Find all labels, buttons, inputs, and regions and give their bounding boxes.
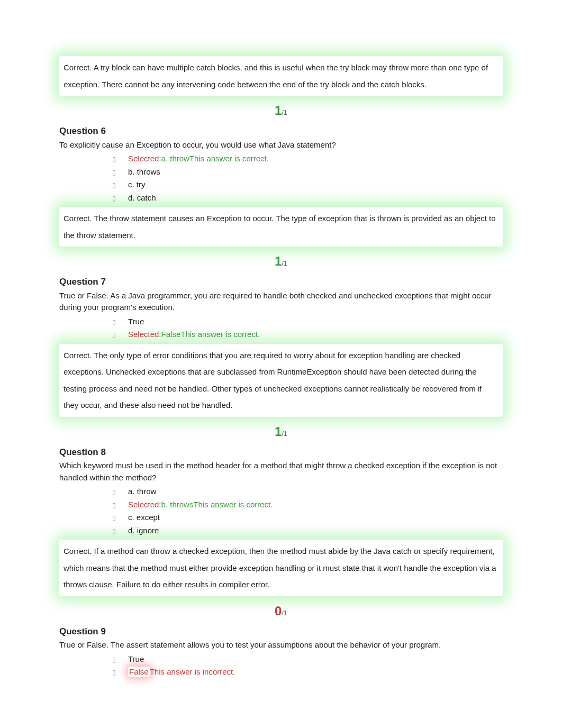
q5-score-earned: 1: [275, 103, 282, 117]
q6-feedback-text: Correct. The throw statement causes an E…: [64, 214, 496, 240]
answer-text: a. throw: [161, 154, 189, 163]
selected-label: Selected:: [128, 154, 161, 163]
q6-score-earned: 1: [275, 254, 282, 268]
q7-score-earned: 1: [275, 424, 282, 439]
q9-prompt: True or False. The assert statement allo…: [59, 639, 503, 651]
bullet-icon: ▯: [112, 668, 128, 677]
answer-text: b. throws: [161, 500, 194, 509]
q8-feedback: Correct. If a method can throw a checked…: [59, 540, 503, 596]
bullet-icon: ▯: [112, 526, 128, 536]
bullet-icon: ▯: [112, 487, 128, 497]
q8-score: 0/1: [59, 602, 503, 621]
q8-feedback-text: Correct. If a method can throw a checked…: [64, 547, 496, 589]
q7-feedback-text: Correct. The only type of error conditio…: [64, 351, 482, 410]
q7-feedback: Correct. The only type of error conditio…: [59, 344, 503, 417]
q6-prompt: To explicitly cause an Exception to occu…: [59, 139, 503, 151]
q9-answer-a: ▯ True: [59, 653, 503, 666]
q7-answer-b: ▯ Selected:FalseThis answer is correct.: [59, 329, 503, 341]
q6-answer-c: ▯ c. try: [59, 179, 503, 191]
answer-text: True: [128, 653, 144, 666]
answer-text: b. throws: [128, 166, 160, 178]
selected-label: Selected:: [128, 330, 161, 339]
q8-score-earned: 0: [275, 604, 282, 618]
bullet-icon: ▯: [112, 180, 128, 190]
quiz-page: Correct. A try block can have multiple c…: [0, 0, 562, 728]
q5-feedback: Correct. A try block can have multiple c…: [59, 56, 503, 96]
q5-score: 1/1: [59, 101, 503, 120]
q5-feedback-text: Correct. A try block can have multiple c…: [64, 63, 488, 89]
bullet-icon: ▯: [112, 194, 128, 203]
q7-answers: ▯ True ▯ Selected:FalseThis answer is co…: [59, 316, 503, 341]
q8-answer-a: ▯ a. throw: [59, 486, 503, 498]
q6-score: 1/1: [59, 252, 503, 271]
q8-prompt: Which keyword must be used in the method…: [59, 460, 503, 484]
answer-text: c. except: [128, 512, 160, 524]
q7-title: Question 7: [59, 275, 503, 289]
q6-answer-a: ▯ Selected:a. throwThis answer is correc…: [59, 153, 503, 165]
q8-title: Question 8: [59, 445, 503, 459]
bullet-icon: ▯: [112, 501, 128, 510]
bullet-icon: ▯: [112, 154, 128, 164]
answer-text: a. throw: [128, 486, 156, 498]
q5-score-max: /1: [282, 108, 287, 116]
q8-score-max: /1: [282, 609, 287, 617]
answer-text: False: [161, 330, 181, 339]
bullet-icon: ▯: [112, 330, 128, 340]
q8-answer-c: ▯ c. except: [59, 512, 503, 524]
q8-answer-b: ▯ Selected:b. throwsThis answer is corre…: [59, 499, 503, 511]
q7-score-max: /1: [282, 430, 287, 438]
q7-score: 1/1: [59, 422, 503, 441]
answer-text: c. try: [128, 179, 146, 191]
q6-title: Question 6: [59, 124, 503, 138]
q6-answers: ▯ Selected:a. throwThis answer is correc…: [59, 153, 503, 204]
q8-answers: ▯ a. throw ▯ Selected:b. throwsThis answ…: [59, 486, 503, 536]
answer-text: False: [129, 667, 149, 676]
q6-answer-d: ▯ d. catch: [59, 192, 503, 204]
answer-text: d. catch: [128, 192, 156, 204]
answer-note: This answer is incorrect.: [150, 667, 235, 676]
q6-feedback: Correct. The throw statement causes an E…: [59, 207, 503, 247]
answer-note: This answer is correct.: [189, 154, 269, 163]
answer-note: This answer is correct.: [180, 330, 260, 339]
q6-score-max: /1: [282, 259, 287, 267]
bullet-icon: ▯: [112, 317, 128, 327]
q9-title: Question 9: [59, 625, 503, 639]
answer-text: True: [128, 316, 144, 328]
q7-prompt: True or False. As a Java programmer, you…: [59, 290, 503, 314]
answer-text: d. ignore: [128, 525, 159, 537]
q9-answer-b: ▯ FalseThis answer is incorrect.: [59, 666, 503, 678]
bullet-icon: ▯: [112, 655, 128, 665]
q7-answer-a: ▯ True: [59, 316, 503, 328]
q6-answer-b: ▯ b. throws: [59, 166, 503, 178]
q8-answer-d: ▯ d. ignore: [59, 525, 503, 537]
bullet-icon: ▯: [112, 513, 128, 523]
bullet-icon: ▯: [112, 168, 128, 177]
answer-note: This answer is correct.: [193, 500, 273, 509]
q9-answers: ▯ True ▯ FalseThis answer is incorrect.: [59, 653, 503, 678]
selected-label: Selected:: [128, 500, 161, 509]
